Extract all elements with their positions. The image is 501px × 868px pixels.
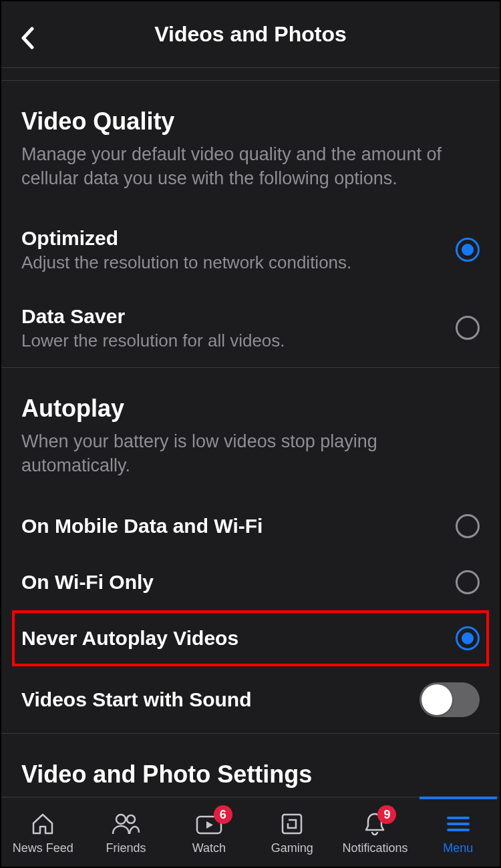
option-title: On Mobile Data and Wi-Fi — [21, 515, 442, 537]
section-description: Manage your default video quality and th… — [21, 142, 480, 191]
back-button[interactable] — [20, 27, 35, 52]
section-title: Video Quality — [21, 107, 480, 136]
badge: 6 — [214, 805, 232, 824]
tab-label: Gaming — [271, 841, 313, 855]
radio-unselected-icon[interactable] — [456, 514, 480, 538]
option-data-saver[interactable]: Data Saver Lower the resolution for all … — [21, 289, 480, 367]
toggle-videos-sound[interactable]: Videos Start with Sound — [21, 666, 480, 733]
option-optimized[interactable]: Optimized Adjust the resolution to netwo… — [21, 211, 480, 289]
option-never-autoplay[interactable]: Never Autoplay Videos — [12, 610, 489, 666]
tab-watch[interactable]: 6 Watch — [168, 798, 251, 867]
svg-point-0 — [116, 815, 126, 824]
menu-icon — [446, 809, 471, 839]
settings-screen: Videos and Photos Video Quality Manage y… — [1, 1, 500, 867]
option-description: Lower the resolution for all videos. — [21, 331, 442, 351]
content-scroll[interactable]: Video Quality Manage your default video … — [1, 68, 500, 797]
svg-marker-3 — [206, 821, 213, 829]
svg-rect-4 — [283, 815, 301, 833]
badge: 9 — [377, 805, 396, 824]
option-title: Optimized — [21, 227, 442, 250]
tab-label: News Feed — [13, 841, 73, 855]
tab-label: Notifications — [342, 841, 407, 855]
toggle-off-icon[interactable] — [420, 682, 480, 717]
home-icon — [30, 809, 55, 839]
tab-notifications[interactable]: 9 Notifications — [333, 798, 416, 867]
bell-icon: 9 — [363, 809, 387, 839]
option-title: Data Saver — [21, 305, 442, 328]
section-description: When your battery is low videos stop pla… — [21, 429, 480, 478]
radio-selected-icon[interactable] — [456, 238, 480, 262]
option-title: Videos Start with Sound — [21, 688, 406, 711]
tab-label: Watch — [192, 841, 226, 855]
tab-bar: News Feed Friends 6 Watch — [1, 797, 500, 867]
tab-label: Friends — [106, 841, 146, 855]
chevron-left-icon — [20, 27, 35, 49]
radio-unselected-icon[interactable] — [456, 570, 480, 594]
radio-unselected-icon[interactable] — [456, 316, 480, 340]
option-title: Never Autoplay Videos — [21, 627, 442, 650]
tab-gaming[interactable]: Gaming — [251, 798, 333, 867]
section-video-quality: Video Quality Manage your default video … — [21, 81, 480, 211]
section-title-video-photo-settings: Video and Photo Settings — [21, 734, 480, 789]
option-description: Adjust the resolution to network conditi… — [21, 252, 442, 273]
page-title: Videos and Photos — [1, 22, 500, 47]
tab-news-feed[interactable]: News Feed — [1, 798, 84, 867]
header: Videos and Photos — [1, 1, 500, 68]
toggle-knob — [422, 684, 452, 715]
tab-friends[interactable]: Friends — [84, 798, 167, 867]
tab-menu[interactable]: Menu — [417, 798, 500, 867]
watch-icon: 6 — [195, 809, 223, 839]
option-mobile-wifi[interactable]: On Mobile Data and Wi-Fi — [21, 498, 480, 554]
section-autoplay: Autoplay When your battery is low videos… — [21, 368, 480, 498]
gaming-icon — [280, 809, 304, 839]
friends-icon — [111, 809, 140, 839]
radio-selected-icon[interactable] — [456, 626, 480, 650]
tab-label: Menu — [443, 841, 473, 855]
option-wifi-only[interactable]: On Wi-Fi Only — [21, 554, 480, 610]
option-title: On Wi-Fi Only — [21, 571, 442, 594]
section-title: Autoplay — [21, 395, 480, 423]
svg-point-1 — [127, 815, 135, 823]
